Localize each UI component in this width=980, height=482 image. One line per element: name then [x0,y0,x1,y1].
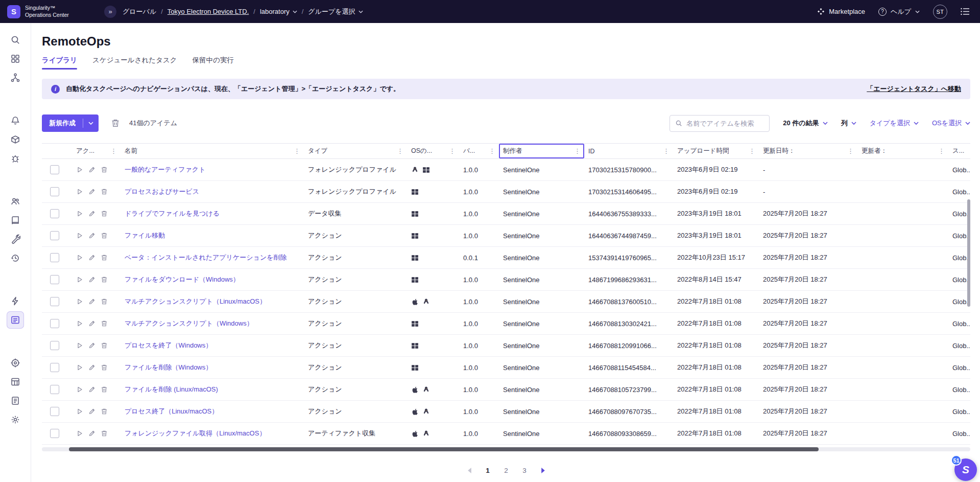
create-new-button[interactable]: 新規作成 [42,114,99,132]
row-checkbox[interactable] [50,297,59,306]
task-name-link[interactable]: マルチアクションスクリプト（Linux/macOS） [125,297,266,305]
column-header-type[interactable]: タイプ⋮ [304,143,407,159]
column-menu-icon[interactable]: ⋮ [487,147,497,155]
row-checkbox[interactable] [50,165,59,174]
sidebar-item-history[interactable] [7,249,24,267]
marketplace-button[interactable]: Marketplace [817,8,865,15]
task-name-link[interactable]: ベータ：インストールされたアプリケーションを削除 [125,254,286,261]
delete-task-icon[interactable] [101,188,108,195]
search-box[interactable] [670,115,770,132]
edit-task-icon[interactable] [88,276,95,283]
column-menu-icon[interactable]: ⋮ [661,147,671,155]
page-number-3[interactable]: 3 [518,464,531,477]
run-task-icon[interactable] [76,342,83,349]
task-name-link[interactable]: ドライブでファイルを見つける [125,210,220,217]
user-avatar[interactable]: ST [933,5,947,19]
delete-task-icon[interactable] [101,232,108,239]
chevron-down-icon[interactable] [83,122,99,125]
sidebar-item-tools[interactable] [7,231,24,248]
menu-icon[interactable] [961,8,970,15]
delete-task-icon[interactable] [101,166,108,173]
edit-task-icon[interactable] [88,254,95,261]
delete-task-icon[interactable] [101,408,108,415]
row-checkbox[interactable] [50,429,59,438]
delete-task-icon[interactable] [101,254,108,261]
sidebar-item-remote-ops[interactable] [7,311,24,329]
run-task-icon[interactable] [76,210,83,217]
delete-task-icon[interactable] [101,430,108,437]
os-filter-dropdown[interactable]: OSを選択 [932,119,970,128]
column-menu-icon[interactable]: ⋮ [292,147,302,155]
columns-dropdown[interactable]: 列 [841,119,856,128]
sidebar-item-scope[interactable] [7,354,24,372]
row-checkbox[interactable] [50,275,59,284]
column-header-scope[interactable]: ス...⋮ [948,143,970,159]
row-checkbox[interactable] [50,187,59,196]
column-header-creator[interactable]: 制作者⋮ [499,143,584,159]
sidebar-item-apps[interactable] [7,50,24,67]
agent-tasks-link[interactable]: 「エージェントタスク」へ移動 [867,84,961,94]
column-menu-icon[interactable]: ⋮ [747,147,757,155]
column-header-actions[interactable]: アク...⋮ [72,143,121,159]
task-name-link[interactable]: 一般的なアーティファクト [125,166,205,173]
tab-library[interactable]: ライブラリ [42,56,77,70]
sidebar-item-docs[interactable] [7,212,24,229]
run-task-icon[interactable] [76,232,83,239]
run-task-icon[interactable] [76,276,83,283]
row-checkbox[interactable] [50,209,59,218]
task-name-link[interactable]: ファイルを削除 (Linux/macOS) [125,385,218,393]
edit-task-icon[interactable] [88,364,95,371]
page-number-1[interactable]: 1 [481,464,494,477]
column-header-name[interactable]: 名前⋮ [121,143,304,159]
run-task-icon[interactable] [76,364,83,371]
run-task-icon[interactable] [76,430,83,437]
column-menu-icon[interactable]: ⋮ [572,147,582,155]
run-task-icon[interactable] [76,166,83,173]
edit-task-icon[interactable] [88,232,95,239]
edit-task-icon[interactable] [88,342,95,349]
breadcrumb-item[interactable]: laboratory [260,8,297,15]
edit-task-icon[interactable] [88,210,95,217]
task-name-link[interactable]: フォレンジックファイル取得（Linux/macOS） [125,429,266,437]
next-page-button[interactable] [536,464,549,477]
row-checkbox[interactable] [50,407,59,416]
delete-task-icon[interactable] [101,298,108,305]
edit-task-icon[interactable] [88,298,95,305]
row-checkbox[interactable] [50,385,59,394]
chat-widget-button[interactable]: 51 S [954,458,977,481]
breadcrumb-item[interactable]: Tokyo Electron Device LTD. [168,8,249,15]
sidebar-item-search[interactable] [7,31,24,49]
page-number-2[interactable]: 2 [499,464,513,477]
sidebar-item-users[interactable] [7,193,24,210]
column-header-os[interactable]: OSの...⋮ [407,143,459,159]
row-checkbox[interactable] [50,341,59,350]
breadcrumb-item[interactable]: グローバル [123,7,156,16]
edit-task-icon[interactable] [88,166,95,173]
run-task-icon[interactable] [76,408,83,415]
run-task-icon[interactable] [76,188,83,195]
task-name-link[interactable]: プロセス終了（Linux/macOS） [125,407,218,415]
horizontal-scrollbar-thumb[interactable] [69,447,819,451]
sidebar-item-inventory[interactable] [7,131,24,148]
tab-scheduled-tasks[interactable]: スケジュールされたタスク [92,56,177,70]
edit-task-icon[interactable] [88,386,95,393]
edit-task-icon[interactable] [88,188,95,195]
tab-pending-executions[interactable]: 保留中の実行 [193,56,234,70]
previous-page-button[interactable] [463,464,476,477]
run-task-icon[interactable] [76,298,83,305]
horizontal-scrollbar-track[interactable] [42,447,970,451]
sidebar-item-reports[interactable] [7,373,24,391]
task-name-link[interactable]: ファイルをダウンロード（Windows） [125,276,240,283]
breadcrumb-item[interactable]: グループを選択 [308,7,363,16]
results-per-page-dropdown[interactable]: 20 件の結果 [783,119,827,128]
sidebar-item-threats[interactable] [7,150,24,167]
run-task-icon[interactable] [76,320,83,327]
column-header-updated[interactable]: 更新日時：⋮ [759,143,857,159]
row-checkbox[interactable] [50,363,59,372]
column-menu-icon[interactable]: ⋮ [109,147,118,155]
task-name-link[interactable]: プロセスおよびサービス [125,188,199,195]
task-name-link[interactable]: ファイル移動 [125,232,165,239]
sidebar-item-alerts[interactable] [7,112,24,129]
search-input[interactable] [686,120,764,127]
column-menu-icon[interactable]: ⋮ [846,147,855,155]
